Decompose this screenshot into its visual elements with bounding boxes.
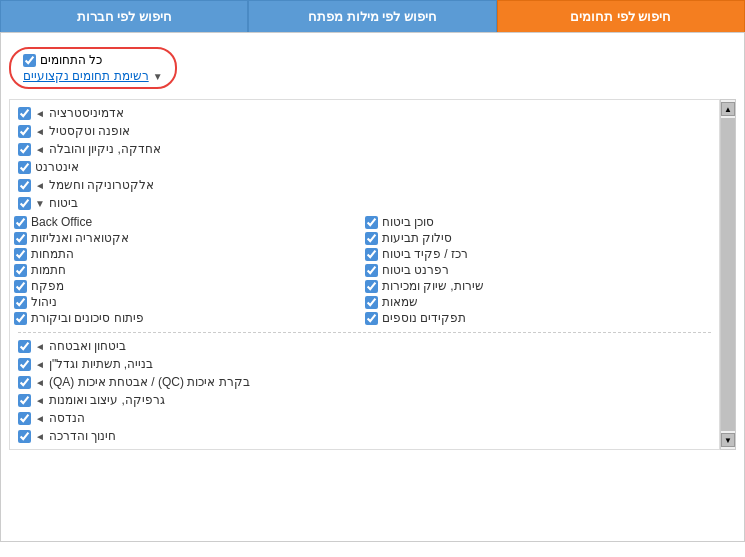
category-insurance[interactable]: ביטוח ▼ — [10, 194, 719, 212]
insurance-right-item[interactable]: Back Office — [10, 214, 361, 230]
checkbox-training[interactable] — [18, 430, 31, 443]
category-internet[interactable]: אינטרנט — [10, 158, 719, 176]
insurance-right-item[interactable]: מפקח — [10, 278, 361, 294]
insurance-left-item[interactable]: תפקידים נוספים — [361, 310, 712, 326]
category-construction[interactable]: בנייה, תשתיות וגדל"ן ◄ — [10, 355, 719, 373]
insurance-sub-items: סוכן ביטוחסילוק תביעותרכז / פקיד ביטוחרפ… — [10, 212, 719, 328]
tab-bar: חיפוש לפי תחומים חיפוש לפי מילות מפתח חי… — [0, 0, 745, 32]
insurance-col-left: סוכן ביטוחסילוק תביעותרכז / פקיד ביטוחרפ… — [361, 214, 712, 326]
category-cleaning[interactable]: אחדקה, ניקיון והובלה ◄ — [10, 140, 719, 158]
pinned-label: רשימת תחומים נקצועיים — [23, 69, 149, 83]
category-list: אדמיניסטרציה ◄ אופנה וטקסטיל ◄ אחדקה, ני… — [9, 99, 720, 450]
tab-companies[interactable]: חיפוש לפי חברות — [0, 0, 248, 32]
insurance-left-item[interactable]: שמאות — [361, 294, 712, 310]
all-domains-label: כל התחומים — [40, 53, 102, 67]
category-graphics[interactable]: גרפיקה, עיצוב ואומנות ◄ — [10, 391, 719, 409]
scrollbar: ▲ ▼ — [720, 99, 736, 450]
insurance-right-item[interactable]: אקטואריה ואנליזות — [10, 230, 361, 246]
insurance-right-item[interactable]: פיתוח סיכונים וביקורת — [10, 310, 361, 326]
checkbox-qa[interactable] — [18, 376, 31, 389]
checkbox-insurance[interactable] — [18, 197, 31, 210]
insurance-left-item[interactable]: סוכן ביטוח — [361, 214, 712, 230]
top-section: כל התחומים ▼ רשימת תחומים נקצועיים — [9, 41, 736, 95]
category-security[interactable]: ביטחון ואבטחה ◄ — [10, 337, 719, 355]
checkbox-fashion[interactable] — [18, 125, 31, 138]
insurance-left-item[interactable]: שירות, שיוק ומכירות — [361, 278, 712, 294]
checkbox-graphics[interactable] — [18, 394, 31, 407]
scroll-up-button[interactable]: ▲ — [721, 102, 735, 116]
category-admin[interactable]: אדמיניסטרציה ◄ — [10, 104, 719, 122]
insurance-right-item[interactable]: ניהול — [10, 294, 361, 310]
category-qa[interactable]: בקרת איכות (QC) / אבטחת איכות (QA) ◄ — [10, 373, 719, 391]
category-engineering[interactable]: הנדסה ◄ — [10, 409, 719, 427]
insurance-left-item[interactable]: סילוק תביעות — [361, 230, 712, 246]
separator-1 — [18, 332, 711, 333]
category-training[interactable]: חינוך והדרכה ◄ — [10, 427, 719, 445]
tab-keywords[interactable]: חיפוש לפי מילות מפתח — [248, 0, 496, 32]
pinned-arrow: ▼ — [153, 71, 163, 82]
checkbox-internet[interactable] — [18, 161, 31, 174]
all-domains-checkbox[interactable] — [23, 54, 36, 67]
main-content: כל התחומים ▼ רשימת תחומים נקצועיים ▲ ▼ — [0, 32, 745, 542]
checkbox-construction[interactable] — [18, 358, 31, 371]
category-electronics[interactable]: אלקטרוניקה וחשמל ◄ — [10, 176, 719, 194]
insurance-left-item[interactable]: רפרנט ביטוח — [361, 262, 712, 278]
pinned-row: ▼ רשימת תחומים נקצועיים — [23, 69, 163, 83]
domains-highlight-box: כל התחומים ▼ רשימת תחומים נקצועיים — [9, 47, 177, 89]
insurance-right-item[interactable]: חתמות — [10, 262, 361, 278]
checkbox-engineering[interactable] — [18, 412, 31, 425]
insurance-left-item[interactable]: רכז / פקיד ביטוח — [361, 246, 712, 262]
insurance-col-right: Back Officeאקטואריה ואנליזותהתמחותחתמותמ… — [10, 214, 361, 326]
checkbox-electronics[interactable] — [18, 179, 31, 192]
checkbox-admin[interactable] — [18, 107, 31, 120]
category-fashion[interactable]: אופנה וטקסטיל ◄ — [10, 122, 719, 140]
scroll-down-button[interactable]: ▼ — [721, 433, 735, 447]
tab-domains[interactable]: חיפוש לפי תחומים — [497, 0, 745, 32]
checkbox-cleaning[interactable] — [18, 143, 31, 156]
scroll-thumb[interactable] — [721, 118, 735, 431]
checkbox-security[interactable] — [18, 340, 31, 353]
insurance-right-item[interactable]: התמחות — [10, 246, 361, 262]
list-area: ▲ ▼ אדמיניסטרציה ◄ אופנה וטקסטיל ◄ — [9, 99, 736, 450]
all-domains-row: כל התחומים — [23, 53, 102, 67]
